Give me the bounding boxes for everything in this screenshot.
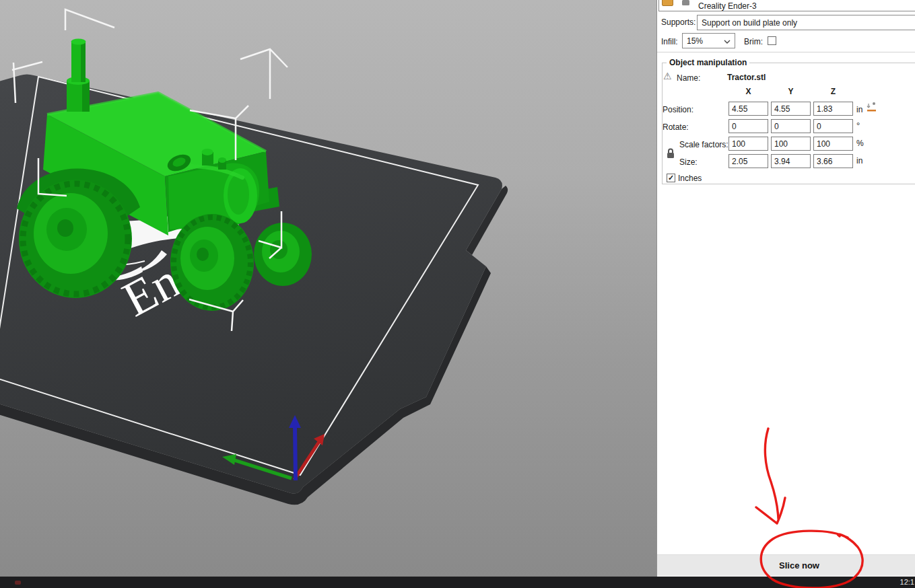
position-y-input[interactable] <box>771 102 811 116</box>
infill-combobox[interactable]: 15% <box>682 33 735 48</box>
warning-icon: ⚠ <box>663 71 672 81</box>
uniform-scale-lock-icon[interactable] <box>666 147 675 159</box>
scale-unit: % <box>856 139 864 148</box>
infill-label: Infill: <box>661 37 678 46</box>
scale-x-input[interactable] <box>728 137 768 151</box>
slice-now-button[interactable]: Slice now <box>657 554 915 576</box>
position-z-input[interactable] <box>813 102 853 116</box>
inches-checkbox[interactable]: ✓ <box>667 174 675 182</box>
position-unit: in <box>856 105 862 114</box>
divider <box>657 52 915 52</box>
printer-preset-value: Creality Ender-3 <box>698 1 757 11</box>
object-manipulation-title: Object manipulation <box>667 58 749 67</box>
taskbar[interactable]: 12:1 <box>0 577 915 588</box>
rotate-unit: ° <box>856 120 860 131</box>
application-window: Ender <box>0 0 915 588</box>
object-name-label: Name: <box>677 73 700 83</box>
size-unit: in <box>856 156 862 166</box>
taskbar-app-icon[interactable] <box>15 581 21 585</box>
chevron-down-icon <box>724 40 731 44</box>
scale-y-input[interactable] <box>771 137 811 151</box>
position-label: Position: <box>663 105 693 114</box>
object-name-value: Tractor.stl <box>727 73 766 82</box>
column-header-x: X <box>728 87 768 96</box>
viewport-3d[interactable]: Ender <box>0 0 656 577</box>
slice-now-label: Slice now <box>779 560 819 571</box>
printer-preset-combobox[interactable]: Creality Ender-3 <box>658 0 915 11</box>
inches-label: Inches <box>678 174 702 183</box>
infill-value: 15% <box>687 36 703 46</box>
brim-label: Brim: <box>744 37 763 46</box>
checkmark-icon: ✓ <box>668 174 674 182</box>
taskbar-clock[interactable]: 12:1 <box>900 578 914 586</box>
size-x-input[interactable] <box>728 154 768 168</box>
size-y-input[interactable] <box>771 154 811 168</box>
column-header-y: Y <box>771 87 811 96</box>
printer-color-swatch-icon <box>662 0 673 6</box>
scale-factors-label: Scale factors: <box>679 140 728 149</box>
rotate-label: Rotate: <box>663 122 689 132</box>
settings-panel: Creality Ender-3 Supports: Support on bu… <box>656 0 915 577</box>
supports-value: Support on build plate only <box>702 18 797 28</box>
size-label: Size: <box>679 157 698 167</box>
column-header-z: Z <box>813 87 853 96</box>
place-on-bed-icon[interactable] <box>867 102 877 112</box>
z-axis-blue <box>295 424 296 480</box>
supports-combobox[interactable]: Support on build plate only <box>697 15 915 30</box>
brim-checkbox[interactable] <box>768 36 776 45</box>
scale-z-input[interactable] <box>813 137 853 151</box>
lock-icon <box>680 0 691 5</box>
rotate-z-input[interactable] <box>813 119 853 133</box>
scene-3d: Ender <box>0 0 656 577</box>
rotate-x-input[interactable] <box>728 119 768 133</box>
rotate-y-input[interactable] <box>771 119 811 133</box>
supports-label: Supports: <box>661 17 696 27</box>
position-x-input[interactable] <box>728 102 768 116</box>
size-z-input[interactable] <box>813 154 853 168</box>
